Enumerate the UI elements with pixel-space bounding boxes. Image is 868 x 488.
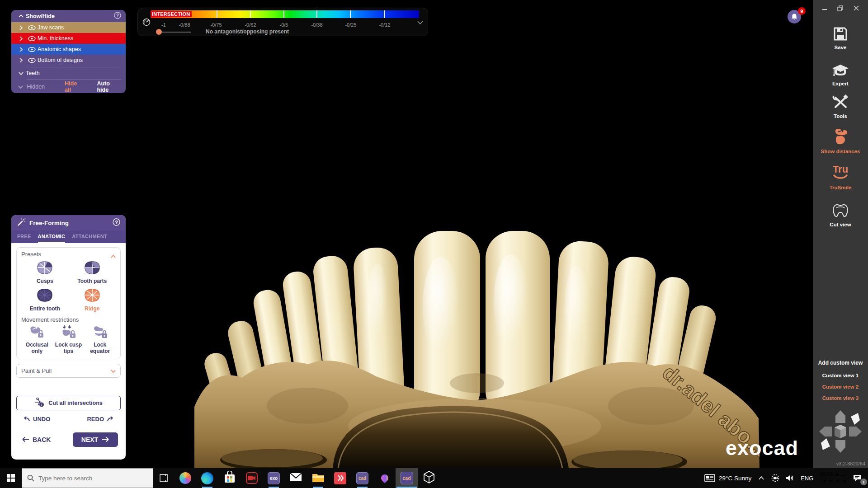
layer-row-bottom-of-designs[interactable]: Bottom of designs [11, 55, 126, 66]
weather-text: 29°C Sunny [719, 475, 751, 482]
layer-row-anatomic-shapes[interactable]: Anatomic shapes [11, 44, 126, 55]
eye-visible-icon[interactable] [26, 47, 38, 52]
task-view-button[interactable] [153, 468, 174, 488]
layer-row-jaw-scans[interactable]: Jaw scans [11, 22, 126, 33]
preset-tooth-parts[interactable]: Tooth parts [69, 258, 116, 286]
taskbar-app-copilot[interactable] [174, 468, 196, 488]
clock-tray-item[interactable]: 06:59 ب.ظ ۱۴۰۴/۰۴/۰۹ [816, 468, 849, 488]
tray-overflow-button[interactable] [755, 468, 768, 488]
chevron-right-icon[interactable] [16, 47, 26, 52]
taskbar-app-3d-viewer[interactable] [418, 468, 440, 488]
taskbar-app-screen-recorder[interactable] [241, 468, 263, 488]
taskbar-app-store[interactable] [218, 468, 241, 488]
tab-anatomic[interactable]: ANATOMIC [38, 230, 66, 243]
chevron-down-icon[interactable] [417, 18, 423, 26]
restore-button[interactable] [835, 4, 846, 13]
threshold-slider-handle[interactable] [156, 29, 162, 35]
teeth-group-row[interactable]: Teeth [11, 68, 126, 78]
eye-visible-icon[interactable] [26, 25, 38, 30]
keyboard-language-button[interactable]: ENG [797, 468, 816, 488]
save-button[interactable]: Save [813, 26, 868, 50]
chevron-right-icon[interactable] [16, 36, 26, 41]
restriction-lock-cusp-tips[interactable]: Lock cusp tips [53, 324, 85, 355]
taskbar-app-mail[interactable] [285, 468, 307, 488]
hidden-group-label[interactable]: Hidden [27, 84, 45, 90]
redo-arrow-icon [106, 416, 114, 422]
chevron-right-icon[interactable] [16, 58, 26, 63]
scale-divider [250, 10, 251, 18]
back-button[interactable]: BACK [22, 436, 51, 443]
intersection-color-scale: INTERSECTION [151, 10, 419, 18]
tools-button[interactable]: Tools [813, 94, 868, 119]
auto-hide-button[interactable]: Auto hide [97, 80, 121, 93]
search-input[interactable] [38, 475, 138, 482]
preset-cusps[interactable]: Cusps [21, 258, 69, 286]
custom-view-2-button[interactable]: Custom view 2 [813, 384, 868, 389]
3d-jaw-model-viewport[interactable]: dr.adel abo… [194, 171, 760, 468]
show-hide-header[interactable]: Show/Hide ? [11, 10, 126, 22]
chevron-down-icon[interactable] [16, 85, 25, 89]
restriction-occlusal-only[interactable]: Occlusal only [21, 324, 53, 355]
taskbar-app-edge[interactable] [196, 468, 218, 488]
copilot-icon [179, 472, 191, 484]
taskbar-app-red-diamond[interactable] [329, 468, 351, 488]
redo-button[interactable]: REDO [87, 416, 114, 422]
tab-attachment[interactable]: ATTACHMENT [72, 230, 107, 243]
add-custom-view-button[interactable]: Add custom view [813, 360, 868, 366]
eye-visible-icon[interactable] [26, 36, 38, 41]
chevron-up-icon[interactable] [111, 252, 116, 260]
chevron-right-icon[interactable] [16, 25, 26, 30]
taskbar-app-exocad-exo[interactable]: exo [263, 468, 285, 488]
chevron-up-icon[interactable] [16, 14, 26, 18]
file-explorer-icon [312, 472, 325, 484]
notifications-button[interactable]: 9 [786, 7, 806, 25]
trusmile-button[interactable]: Tru TruSmile [813, 164, 868, 190]
custom-view-3-button[interactable]: Custom view 3 [813, 395, 868, 401]
restriction-lock-equator[interactable]: Lock equator [84, 324, 116, 355]
meet-now-button[interactable] [768, 468, 783, 488]
layer-row-min-thickness[interactable]: Min. thickness [11, 33, 126, 44]
undo-button[interactable]: UNDO [23, 416, 50, 422]
next-button[interactable]: NEXT [73, 432, 118, 447]
close-button[interactable] [850, 4, 862, 13]
view-orientation-widget[interactable] [816, 407, 864, 456]
gum-base[interactable]: dr.adel abo… [194, 361, 760, 468]
minimize-button[interactable] [819, 4, 830, 13]
show-distances-button[interactable]: Show distances [813, 127, 868, 154]
preset-entire-tooth[interactable]: Entire tooth [21, 286, 69, 314]
cusps-icon [36, 261, 53, 277]
chevron-down-icon[interactable] [16, 72, 26, 75]
graduation-cap-icon [831, 63, 849, 78]
eye-visible-icon[interactable] [26, 58, 38, 63]
tooth-outline-icon [831, 202, 850, 219]
expert-button[interactable]: Expert [813, 63, 868, 86]
cut-view-button[interactable]: Cut view [813, 202, 868, 227]
entire-tooth-icon [36, 288, 53, 304]
start-button[interactable] [0, 468, 22, 488]
tray-time: 06:59 ب.ظ [820, 471, 846, 478]
chevron-down-icon [111, 367, 116, 374]
tool-mode-value: Paint & Pull [21, 367, 52, 374]
taskbar-app-exocad-cad[interactable]: cad [351, 468, 373, 488]
speaker-icon [786, 474, 794, 482]
threshold-slider-track[interactable] [159, 32, 191, 33]
hide-all-button[interactable]: Hide all [65, 80, 83, 93]
help-icon[interactable]: ? [113, 218, 120, 227]
action-center-button[interactable]: T [849, 468, 868, 488]
preset-ridge[interactable]: Ridge [69, 286, 116, 314]
free-forming-tabs: FREE ANATOMIC ATTACHMENT [11, 230, 126, 243]
volume-button[interactable] [783, 468, 797, 488]
cut-all-intersections-button[interactable]: i Cut all intersections [16, 396, 121, 410]
free-forming-panel: Free-Forming ? FREE ANATOMIC ATTACHMENT … [11, 215, 126, 460]
taskbar-app-maps[interactable] [373, 468, 396, 488]
windows-logo-icon [7, 474, 15, 482]
taskbar-app-file-explorer[interactable] [307, 468, 329, 488]
custom-view-1-button[interactable]: Custom view 1 [813, 373, 868, 378]
tab-free[interactable]: FREE [17, 230, 31, 243]
help-icon[interactable]: ? [114, 12, 121, 20]
taskbar-search-box[interactable] [22, 468, 153, 488]
scale-tick: -0/88 [179, 22, 190, 28]
taskbar-app-exocad-cad-active[interactable]: cad [396, 468, 418, 488]
news-weather-button[interactable]: 29°C Sunny [701, 468, 755, 488]
tool-mode-select[interactable]: Paint & Pull [16, 364, 121, 378]
